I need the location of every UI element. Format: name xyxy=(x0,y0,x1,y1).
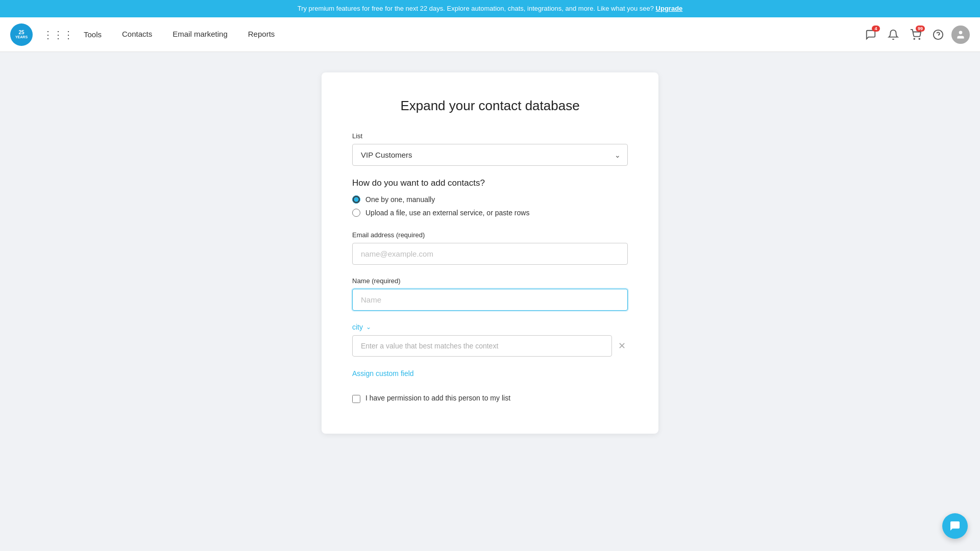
logo-area: 25 YEARS ⋮⋮⋮ Tools xyxy=(10,23,102,46)
chat-widget[interactable] xyxy=(942,513,968,539)
option-upload-label: Upload a file, use an external service, … xyxy=(365,209,529,217)
custom-field-header: city ⌄ xyxy=(352,323,628,331)
list-select[interactable]: VIP Customers All Contacts Newsletter xyxy=(352,144,628,166)
city-chevron-icon[interactable]: ⌄ xyxy=(366,323,371,331)
list-label: List xyxy=(352,132,628,140)
permission-row: I have permission to add this person to … xyxy=(352,394,628,403)
main-header: 25 YEARS ⋮⋮⋮ Tools Contacts Email market… xyxy=(0,17,980,52)
city-field-name[interactable]: city xyxy=(352,323,363,331)
main-content: Expand your contact database List VIP Cu… xyxy=(0,52,980,454)
nav-reports[interactable]: Reports xyxy=(238,17,285,52)
form-title: Expand your contact database xyxy=(352,98,628,114)
add-contacts-radio-group: One by one, manually Upload a file, use … xyxy=(352,195,628,217)
add-contacts-group: How do you want to add contacts? One by … xyxy=(352,178,628,217)
permission-checkbox[interactable] xyxy=(352,395,360,403)
name-field-group: Name (required) xyxy=(352,277,628,311)
city-input-row: ✕ xyxy=(352,335,628,357)
email-field-group: Email address (required) xyxy=(352,231,628,265)
user-avatar[interactable] xyxy=(951,26,970,44)
option-upload[interactable]: Upload a file, use an external service, … xyxy=(352,209,628,217)
radio-manually[interactable] xyxy=(352,195,360,204)
permission-label: I have permission to add this person to … xyxy=(365,394,510,402)
option-manually-label: One by one, manually xyxy=(365,195,435,204)
form-card: Expand your contact database List VIP Cu… xyxy=(322,72,658,434)
radio-upload[interactable] xyxy=(352,209,360,217)
promo-banner: Try premium features for free for the ne… xyxy=(0,0,980,17)
list-field-group: List VIP Customers All Contacts Newslett… xyxy=(352,132,628,166)
svg-point-1 xyxy=(919,38,920,39)
email-input[interactable] xyxy=(352,243,628,265)
upgrade-link[interactable]: Upgrade xyxy=(656,5,683,12)
list-select-wrapper: VIP Customers All Contacts Newsletter ⌄ xyxy=(352,144,628,166)
assign-custom-field-link[interactable]: Assign custom field xyxy=(352,369,414,378)
add-contacts-question: How do you want to add contacts? xyxy=(352,178,628,188)
city-field-group: city ⌄ ✕ xyxy=(352,323,628,357)
name-label: Name (required) xyxy=(352,277,628,285)
grid-icon[interactable]: ⋮⋮⋮ xyxy=(39,24,78,45)
city-clear-button[interactable]: ✕ xyxy=(616,338,628,354)
email-label: Email address (required) xyxy=(352,231,628,239)
option-manually[interactable]: One by one, manually xyxy=(352,195,628,204)
header-right: 4 99 xyxy=(862,26,970,44)
help-icon-btn[interactable] xyxy=(929,26,947,44)
messages-icon-btn[interactable]: 4 xyxy=(862,26,880,44)
main-nav: Contacts Email marketing Reports xyxy=(112,17,285,52)
cart-icon-btn[interactable]: 99 xyxy=(906,26,925,44)
logo-badge: 25 YEARS xyxy=(10,23,33,46)
svg-point-4 xyxy=(959,31,963,34)
messages-badge: 4 xyxy=(872,26,880,32)
logo-years-text: YEARS xyxy=(15,35,28,39)
nav-contacts[interactable]: Contacts xyxy=(112,17,162,52)
city-input[interactable] xyxy=(352,335,612,357)
nav-email-marketing[interactable]: Email marketing xyxy=(162,17,238,52)
name-input[interactable] xyxy=(352,289,628,311)
notifications-icon-btn[interactable] xyxy=(884,26,902,44)
cart-badge: 99 xyxy=(916,26,925,32)
banner-text: Try premium features for free for the ne… xyxy=(298,5,654,12)
logo-years-number: 25 xyxy=(18,30,24,35)
svg-point-0 xyxy=(914,38,915,39)
tools-label[interactable]: Tools xyxy=(84,30,102,39)
